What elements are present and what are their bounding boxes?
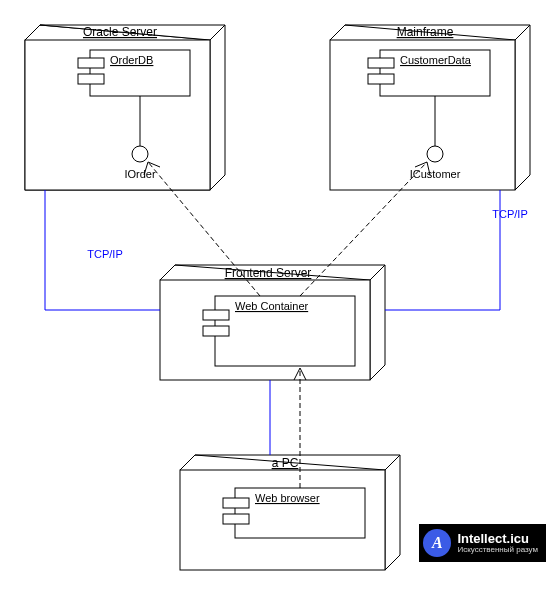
svg-rect-9 [78, 74, 104, 84]
svg-rect-17 [368, 58, 394, 68]
node-frontend-server: Frontend Server Web Container [160, 265, 385, 380]
component-label: CustomerData [400, 54, 472, 66]
node-title: Mainframe [397, 25, 454, 39]
svg-rect-26 [203, 310, 229, 320]
node-title: a PC [272, 456, 299, 470]
link-mainframe-frontend: TCP/IP [385, 190, 528, 310]
protocol-label: TCP/IP [492, 208, 527, 220]
node-title: Oracle Server [83, 25, 157, 39]
svg-rect-27 [203, 326, 229, 336]
svg-line-22 [160, 265, 175, 280]
node-oracle-server: Oracle Server OrderDB IOrder [25, 25, 225, 190]
interface-label: ICustomer [410, 168, 461, 180]
watermark-subtitle: Искусственный разум [457, 545, 538, 554]
svg-rect-34 [223, 498, 249, 508]
component-customerdata: CustomerData [368, 50, 490, 96]
svg-rect-18 [368, 74, 394, 84]
watermark-title: Intellect.icu [457, 532, 538, 545]
protocol-label: TCP/IP [87, 248, 122, 260]
link-oracle-frontend: TCP/IP [45, 190, 160, 310]
interface-icustomer-circle [427, 146, 443, 162]
component-web-container: Web Container [203, 296, 355, 366]
node-title: Frontend Server [225, 266, 312, 280]
watermark-logo-icon: A [423, 529, 451, 557]
component-label: OrderDB [110, 54, 153, 66]
component-orderdb: OrderDB [78, 50, 190, 96]
svg-line-30 [180, 455, 195, 470]
svg-rect-8 [78, 58, 104, 68]
component-label: Web browser [255, 492, 320, 504]
interface-iorder-circle [132, 146, 148, 162]
component-web-browser: Web browser [223, 488, 365, 538]
node-pc: a PC Web browser [180, 455, 400, 570]
svg-line-13 [330, 25, 345, 40]
interface-label: IOrder [124, 168, 156, 180]
component-label: Web Container [235, 300, 309, 312]
watermark: A Intellect.icu Искусственный разум [419, 524, 546, 562]
svg-rect-35 [223, 514, 249, 524]
node-mainframe: Mainframe CustomerData ICustomer [330, 25, 530, 190]
